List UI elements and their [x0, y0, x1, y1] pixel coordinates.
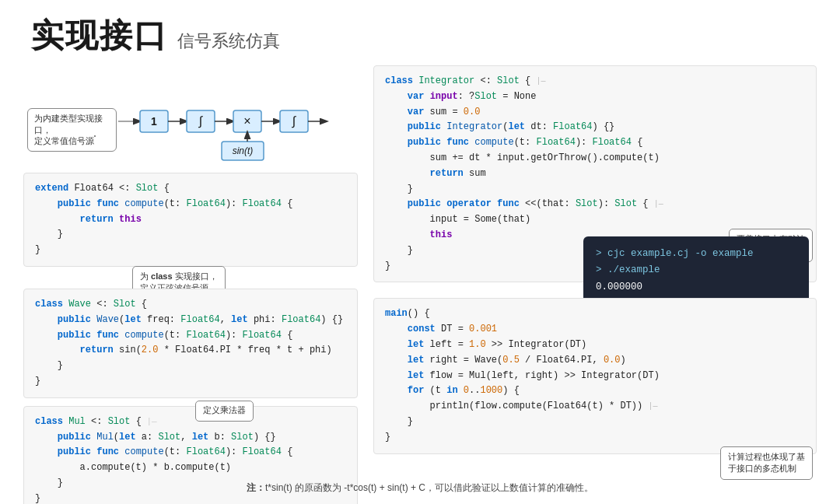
annotation-mul: 定义乘法器	[195, 401, 254, 422]
code-block-main: main() { const DT = 0.001 let left = 1.0…	[373, 298, 817, 453]
page-header: 实现接口 信号系统仿真	[0, 0, 840, 65]
svg-text:1: 1	[151, 115, 157, 128]
annotation-poly: 计算过程也体现了基于接口的多态机制	[720, 446, 813, 480]
svg-text:×: ×	[243, 114, 250, 128]
diagram-area: 为内建类型实现接口，定义常值信号源 1 ∫ ×	[23, 65, 358, 166]
code-block-wave: class Wave <: Slot { public Wave(let fre…	[23, 289, 358, 398]
right-panel: 定义积分器 class Integrator <: Slot { |— var …	[373, 65, 817, 504]
svg-text:sin(t): sin(t)	[233, 145, 254, 156]
footer-note: 注：t*sin(t) 的原函数为 -t*cos(t) + sin(t) + C，…	[0, 481, 840, 495]
left-panel: 为内建类型实现接口，定义常值信号源 1 ∫ ×	[23, 65, 358, 504]
page-title-sub: 信号系统仿真	[177, 30, 280, 53]
code-block-float64: extend Float64 <: Slot { public func com…	[23, 173, 358, 267]
terminal-cmd1: > cjc example.cj -o example	[596, 246, 796, 262]
footer-bold: 注：	[247, 482, 265, 493]
footer-text: t*sin(t) 的原函数为 -t*cos(t) + sin(t) + C，可以…	[265, 482, 593, 493]
terminal-cmd2: > ./example	[596, 262, 796, 278]
main-content: 为内建类型实现接口，定义常值信号源 1 ∫ ×	[0, 65, 840, 504]
page-title-main: 实现接口	[31, 14, 168, 58]
terminal-line: 0.000000	[596, 279, 796, 296]
diagram-svg: 1 ∫ × ∫ sin(t)	[23, 65, 358, 166]
